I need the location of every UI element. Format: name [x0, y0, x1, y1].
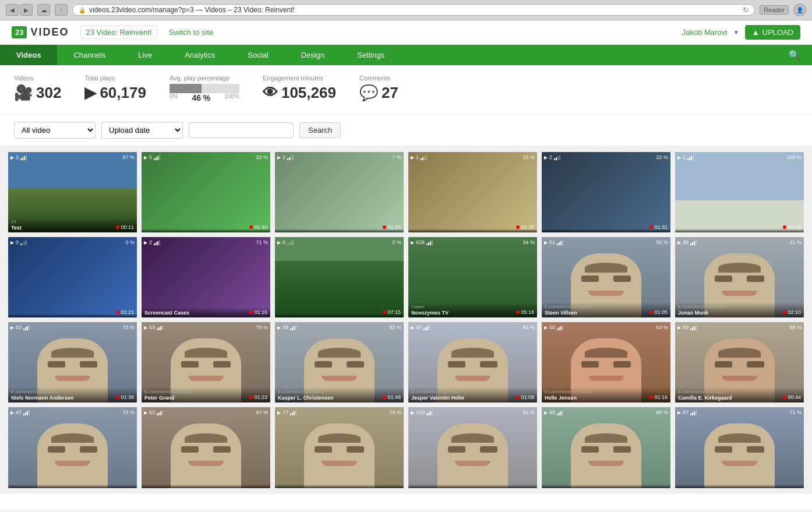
play-pct: 15 %: [522, 154, 535, 160]
play-count: 67: [683, 409, 689, 415]
video-card[interactable]: ▶ 53 79 % E-commerce intervews Peter Gra…: [142, 322, 270, 402]
play-icon-small: ▶: [10, 410, 14, 415]
sort-select[interactable]: Upload date Title Plays Duration: [101, 122, 183, 139]
video-thumbnail: ▶ 50 63 % E-commerce intervews Helle Jen…: [542, 322, 670, 402]
play-count: 1: [416, 154, 419, 160]
video-duration: 01:05: [649, 309, 668, 315]
upload-icon: ▲: [752, 28, 760, 37]
video-top-left: ▶ 50: [677, 324, 697, 330]
duration-dot: [383, 225, 386, 229]
video-thumbnail: ▶ 53 79 % E-commerce intervews Peter Gra…: [142, 322, 270, 402]
video-top-left: ▶ 47: [411, 324, 430, 330]
video-overlay-top: ▶ 51 50 %: [544, 239, 668, 245]
video-thumbnail: ▶ 67 71 %: [675, 407, 804, 488]
nav-analytics[interactable]: Analytics: [168, 45, 231, 65]
video-card[interactable]: ▶ 50 63 % E-commerce intervews Helle Jen…: [542, 322, 670, 402]
duration-dot: [249, 225, 253, 229]
video-overlay-top: ▶ 63 67 %: [144, 409, 268, 415]
forward-button[interactable]: ▶: [20, 4, 33, 16]
duration-dot: [383, 310, 386, 314]
video-duration: 01:31: [649, 224, 668, 230]
secure-icon: 🔒: [79, 7, 86, 13]
cloud-button[interactable]: ☁: [37, 4, 50, 16]
video-card[interactable]: ▶ 51 50 % E-commerce intervews Steen Vil…: [542, 237, 670, 317]
video-top-left: ▶ 53: [10, 324, 30, 330]
video-title: Peter Grand: [144, 395, 267, 401]
search-button[interactable]: Search: [299, 122, 341, 138]
play-count: 47: [16, 409, 22, 415]
play-pct: 100 %: [786, 154, 802, 160]
play-count: 39: [283, 324, 288, 330]
user-dropdown-icon[interactable]: ▼: [733, 29, 739, 36]
share-button[interactable]: ↑: [55, 4, 68, 16]
video-duration: 05:18: [516, 309, 534, 315]
video-card[interactable]: ▶ 77 79 %: [275, 407, 404, 488]
back-button[interactable]: ◀: [6, 4, 19, 16]
video-overlay-bottom: [142, 485, 270, 488]
video-card[interactable]: ▶ 1 100 % 01:09: [675, 152, 804, 232]
video-card[interactable]: ▶ 39 83 % E-commerce intervews Kasper L.…: [275, 322, 404, 402]
search-input[interactable]: [189, 122, 294, 138]
switch-site-link[interactable]: Switch to site: [169, 28, 214, 37]
play-icon-small: ▶: [544, 410, 548, 415]
video-card[interactable]: ▶ 0 0 % 01:21: [8, 237, 137, 317]
video-overlay-top: ▶ 47 73 %: [10, 409, 135, 415]
video-overlay-bottom: [408, 485, 537, 488]
video-card[interactable]: ▶ 50 68 % E-commerce intervews Camilla E…: [675, 322, 804, 402]
user-name[interactable]: Jakob Marovt: [682, 28, 728, 37]
video-card[interactable]: ▶ 103 81 %: [408, 407, 537, 488]
upload-button[interactable]: ▲ UPLOAD: [745, 25, 800, 40]
stat-videos-label: Videos: [14, 75, 61, 82]
video-card[interactable]: ▶ 5 23 % 01:40: [142, 152, 270, 232]
video-thumbnail: ▶ 0 0 % 07:15: [275, 237, 404, 317]
play-pct: 73 %: [122, 409, 135, 415]
video-top-left: ▶ 2: [10, 154, 27, 160]
video-card[interactable]: ▶ 36 41 % E-commerce intervews Jonas Mun…: [675, 237, 804, 317]
video-card[interactable]: ▶ 65 88 %: [542, 407, 670, 488]
video-card[interactable]: ▶ 67 71 %: [675, 407, 804, 488]
nav-design[interactable]: Design: [285, 45, 341, 65]
video-title: Camilla E. Kirkegaard: [678, 395, 801, 401]
video-card[interactable]: ▶ 2 71 % Screencast Cases 01:16: [142, 237, 270, 317]
profile-button[interactable]: 👤: [793, 3, 806, 16]
play-icon-small: ▶: [677, 240, 681, 245]
video-card[interactable]: ▶ 63 67 %: [142, 407, 270, 488]
video-card[interactable]: ▶ 47 81 % E-commerce intervews Jesper Va…: [408, 322, 537, 402]
video-overlay-top: ▶ 50 63 %: [544, 324, 668, 330]
video-card[interactable]: ▶ 1 15 % 01:25: [408, 152, 537, 232]
video-card[interactable]: ▶ 53 73 % E-commerce intervews Niels Nor…: [8, 322, 137, 402]
play-icon-small: ▶: [277, 325, 281, 330]
video-card[interactable]: ▶ 47 73 %: [8, 407, 137, 488]
nav-social[interactable]: Social: [231, 45, 284, 65]
play-count: 51: [549, 239, 555, 245]
video-overlay-top: ▶ 103 81 %: [411, 409, 535, 415]
nav-videos[interactable]: Videos: [0, 45, 57, 65]
video-card[interactable]: ▶ 2 7 % 01:20: [275, 152, 404, 232]
nav-channels[interactable]: Channels: [57, 45, 122, 65]
nav-settings[interactable]: Settings: [341, 45, 401, 65]
video-type-select[interactable]: All video Published Draft Deleted: [14, 122, 96, 139]
play-count: 77: [283, 409, 288, 415]
play-icon-small: ▶: [544, 325, 548, 330]
video-overlay-top: ▶ 628 34 %: [411, 239, 535, 245]
stat-plays-label: Total plays: [84, 75, 146, 82]
video-top-left: ▶ 5: [144, 154, 160, 160]
video-duration: 07:15: [383, 309, 401, 315]
play-icon-small: ▶: [677, 155, 681, 160]
stat-videos-value: 🎥 302: [14, 84, 61, 102]
stat-engagement-value: 👁 105,269: [263, 84, 336, 102]
video-card[interactable]: ▶ 2 87 % 23 Test 00:11: [8, 152, 137, 232]
site-name-link[interactable]: 23 Video: Reinvent!: [80, 26, 157, 39]
reader-button[interactable]: Reader: [760, 5, 789, 15]
video-card[interactable]: ▶ 0 0 % 07:15: [275, 237, 404, 317]
video-thumbnail: ▶ 53 73 % E-commerce intervews Niels Nor…: [8, 322, 137, 402]
nav-live[interactable]: Live: [122, 45, 168, 65]
play-count: 50: [683, 324, 689, 330]
nav-search-icon[interactable]: 🔍: [777, 45, 812, 65]
play-icon-small: ▶: [544, 155, 548, 160]
comment-icon: 💬: [359, 84, 378, 102]
video-card[interactable]: ▶ 628 34 % Cases Novozymes TV 05:18: [408, 237, 537, 317]
video-card[interactable]: ▶ 2 22 % 01:31: [542, 152, 670, 232]
browser-nav-buttons[interactable]: ◀ ▶: [6, 4, 33, 16]
url-bar[interactable]: 🔒 videos.23video.com/manage?p=3 — Videos…: [72, 4, 755, 16]
